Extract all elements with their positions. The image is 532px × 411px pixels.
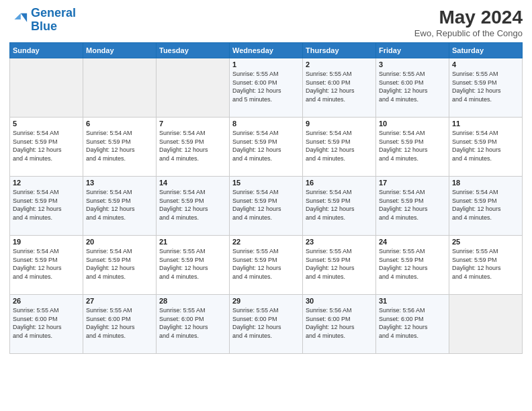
logo-line2: Blue (31, 19, 57, 33)
day-info: Sunrise: 5:54 AM Sunset: 5:59 PM Dayligh… (232, 188, 300, 222)
table-row (157, 58, 230, 118)
table-row: 14Sunrise: 5:54 AM Sunset: 5:59 PM Dayli… (157, 177, 230, 236)
day-number: 10 (379, 120, 446, 128)
day-info: Sunrise: 5:56 AM Sunset: 6:00 PM Dayligh… (306, 306, 373, 340)
day-info: Sunrise: 5:55 AM Sunset: 5:59 PM Dayligh… (232, 247, 300, 281)
day-info: Sunrise: 5:54 AM Sunset: 5:59 PM Dayligh… (13, 247, 80, 281)
day-number: 25 (452, 238, 519, 246)
header: General Blue May 2024 Ewo, Republic of t… (9, 7, 523, 38)
day-number: 24 (379, 238, 446, 246)
calendar-week-row: 5Sunrise: 5:54 AM Sunset: 5:59 PM Daylig… (10, 118, 523, 177)
col-saturday: Saturday (449, 43, 523, 58)
table-row: 30Sunrise: 5:56 AM Sunset: 6:00 PM Dayli… (303, 295, 376, 354)
day-number: 22 (232, 238, 300, 246)
day-number: 29 (232, 297, 300, 305)
calendar-header-row: Sunday Monday Tuesday Wednesday Thursday… (10, 43, 523, 58)
day-info: Sunrise: 5:54 AM Sunset: 5:59 PM Dayligh… (86, 129, 153, 163)
day-number: 21 (159, 238, 226, 246)
table-row: 23Sunrise: 5:55 AM Sunset: 5:59 PM Dayli… (303, 236, 376, 295)
day-info: Sunrise: 5:55 AM Sunset: 6:00 PM Dayligh… (13, 306, 80, 340)
svg-marker-1 (14, 13, 20, 19)
day-info: Sunrise: 5:54 AM Sunset: 5:59 PM Dayligh… (232, 129, 300, 163)
table-row (83, 58, 157, 118)
table-row: 6Sunrise: 5:54 AM Sunset: 5:59 PM Daylig… (83, 118, 157, 177)
day-info: Sunrise: 5:55 AM Sunset: 6:00 PM Dayligh… (86, 306, 153, 340)
table-row: 24Sunrise: 5:55 AM Sunset: 5:59 PM Dayli… (376, 236, 449, 295)
table-row: 28Sunrise: 5:55 AM Sunset: 6:00 PM Dayli… (157, 295, 230, 354)
day-info: Sunrise: 5:54 AM Sunset: 5:59 PM Dayligh… (159, 129, 226, 163)
calendar-week-row: 1Sunrise: 5:55 AM Sunset: 6:00 PM Daylig… (10, 58, 523, 118)
table-row: 16Sunrise: 5:54 AM Sunset: 5:59 PM Dayli… (303, 177, 376, 236)
day-number: 30 (306, 297, 373, 305)
day-number: 1 (232, 60, 300, 68)
day-info: Sunrise: 5:54 AM Sunset: 5:59 PM Dayligh… (13, 129, 80, 163)
table-row: 10Sunrise: 5:54 AM Sunset: 5:59 PM Dayli… (376, 118, 449, 177)
col-tuesday: Tuesday (157, 43, 230, 58)
calendar-table: Sunday Monday Tuesday Wednesday Thursday… (9, 42, 523, 354)
day-number: 23 (306, 238, 373, 246)
day-number: 19 (13, 238, 80, 246)
day-number: 2 (306, 60, 373, 68)
logo: General Blue (9, 7, 76, 34)
day-number: 8 (232, 120, 300, 128)
table-row: 21Sunrise: 5:55 AM Sunset: 5:59 PM Dayli… (157, 236, 230, 295)
table-row: 29Sunrise: 5:55 AM Sunset: 6:00 PM Dayli… (230, 295, 303, 354)
day-info: Sunrise: 5:56 AM Sunset: 6:00 PM Dayligh… (379, 306, 446, 340)
page-container: General Blue May 2024 Ewo, Republic of t… (0, 0, 532, 361)
day-number: 27 (86, 297, 153, 305)
svg-marker-0 (21, 13, 27, 22)
table-row: 20Sunrise: 5:54 AM Sunset: 5:59 PM Dayli… (83, 236, 157, 295)
table-row: 22Sunrise: 5:55 AM Sunset: 5:59 PM Dayli… (230, 236, 303, 295)
month-title: May 2024 (414, 7, 523, 28)
day-number: 31 (379, 297, 446, 305)
day-info: Sunrise: 5:55 AM Sunset: 5:59 PM Dayligh… (452, 247, 519, 281)
calendar-week-row: 19Sunrise: 5:54 AM Sunset: 5:59 PM Dayli… (10, 236, 523, 295)
day-info: Sunrise: 5:54 AM Sunset: 5:59 PM Dayligh… (86, 247, 153, 281)
calendar-week-row: 12Sunrise: 5:54 AM Sunset: 5:59 PM Dayli… (10, 177, 523, 236)
day-number: 15 (232, 179, 300, 187)
table-row (449, 295, 523, 354)
day-number: 5 (13, 120, 80, 128)
day-number: 13 (86, 179, 153, 187)
day-number: 26 (13, 297, 80, 305)
table-row: 18Sunrise: 5:54 AM Sunset: 5:59 PM Dayli… (449, 177, 523, 236)
table-row: 7Sunrise: 5:54 AM Sunset: 5:59 PM Daylig… (157, 118, 230, 177)
table-row (10, 58, 83, 118)
day-info: Sunrise: 5:55 AM Sunset: 6:00 PM Dayligh… (159, 306, 226, 340)
day-number: 7 (159, 120, 226, 128)
day-info: Sunrise: 5:54 AM Sunset: 5:59 PM Dayligh… (306, 188, 373, 222)
table-row: 2Sunrise: 5:55 AM Sunset: 6:00 PM Daylig… (303, 58, 376, 118)
table-row: 15Sunrise: 5:54 AM Sunset: 5:59 PM Dayli… (230, 177, 303, 236)
table-row: 26Sunrise: 5:55 AM Sunset: 6:00 PM Dayli… (10, 295, 83, 354)
day-info: Sunrise: 5:55 AM Sunset: 6:00 PM Dayligh… (232, 306, 300, 340)
col-wednesday: Wednesday (230, 43, 303, 58)
day-info: Sunrise: 5:55 AM Sunset: 6:00 PM Dayligh… (306, 70, 373, 103)
day-number: 17 (379, 179, 446, 187)
day-number: 16 (306, 179, 373, 187)
table-row: 3Sunrise: 5:55 AM Sunset: 6:00 PM Daylig… (376, 58, 449, 118)
logo-text: General Blue (31, 7, 76, 34)
day-number: 3 (379, 60, 446, 68)
day-info: Sunrise: 5:54 AM Sunset: 5:59 PM Dayligh… (306, 129, 373, 163)
table-row: 13Sunrise: 5:54 AM Sunset: 5:59 PM Dayli… (83, 177, 157, 236)
day-info: Sunrise: 5:54 AM Sunset: 5:59 PM Dayligh… (379, 129, 446, 163)
table-row: 4Sunrise: 5:55 AM Sunset: 5:59 PM Daylig… (449, 58, 523, 118)
day-number: 6 (86, 120, 153, 128)
location-subtitle: Ewo, Republic of the Congo (414, 28, 523, 38)
table-row: 12Sunrise: 5:54 AM Sunset: 5:59 PM Dayli… (10, 177, 83, 236)
day-number: 14 (159, 179, 226, 187)
day-number: 11 (452, 120, 519, 128)
day-number: 4 (452, 60, 519, 68)
day-number: 12 (13, 179, 80, 187)
day-info: Sunrise: 5:55 AM Sunset: 6:00 PM Dayligh… (232, 70, 300, 103)
table-row: 27Sunrise: 5:55 AM Sunset: 6:00 PM Dayli… (83, 295, 157, 354)
day-info: Sunrise: 5:54 AM Sunset: 5:59 PM Dayligh… (13, 188, 80, 222)
day-number: 20 (86, 238, 153, 246)
day-info: Sunrise: 5:54 AM Sunset: 5:59 PM Dayligh… (452, 188, 519, 222)
title-block: May 2024 Ewo, Republic of the Congo (414, 7, 523, 38)
day-number: 28 (159, 297, 226, 305)
table-row: 9Sunrise: 5:54 AM Sunset: 5:59 PM Daylig… (303, 118, 376, 177)
logo-icon (9, 11, 28, 30)
table-row: 25Sunrise: 5:55 AM Sunset: 5:59 PM Dayli… (449, 236, 523, 295)
day-number: 18 (452, 179, 519, 187)
